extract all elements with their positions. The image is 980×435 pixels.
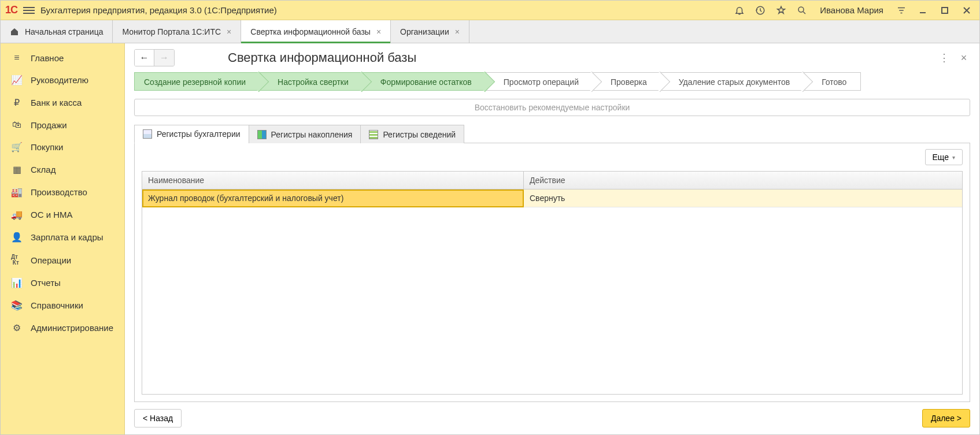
sidebar-item-label: Руководителю — [31, 75, 88, 85]
factory-icon: 🏭 — [11, 187, 23, 198]
sidebar-item-production[interactable]: 🏭Производство — [1, 181, 124, 203]
app-title: Бухгалтерия предприятия, редакция 3.0 (1… — [40, 5, 277, 15]
sidebar-item-reports[interactable]: 📊Отчеты — [1, 272, 124, 294]
user-name[interactable]: Иванова Мария — [815, 5, 888, 15]
subtab-accumulation-registers[interactable]: Регистры накопления — [249, 125, 361, 143]
cart-icon: 🛒 — [11, 142, 23, 153]
tab-label: Организации — [400, 27, 449, 36]
tab-close-icon[interactable]: × — [455, 27, 460, 36]
tab-home[interactable]: Начальная страница — [1, 20, 113, 43]
more-button[interactable]: Еще ▾ — [925, 149, 963, 165]
subtab-accounting-registers[interactable]: Регистры бухгалтерии — [134, 125, 249, 143]
content-area: ← → Свертка информационной базы ⋮ × Созд… — [125, 43, 979, 435]
svg-point-1 — [798, 7, 804, 12]
register-icon — [143, 129, 152, 139]
tab-label: Свертка информационной базы — [250, 27, 371, 36]
sidebar-item-assets[interactable]: 🚚ОС и НМА — [1, 203, 124, 226]
tab-organizations[interactable]: Организации × — [391, 20, 469, 43]
close-content-icon[interactable]: × — [957, 51, 970, 64]
tab-bar: Начальная страница Монитор Портала 1С:ИТ… — [1, 20, 979, 43]
table-panel: Еще ▾ Наименование Действие Журнал прово… — [134, 143, 970, 402]
chart-icon: 📈 — [11, 75, 23, 85]
wizard-step-delete[interactable]: Удаление старых документов — [661, 72, 804, 91]
app-logo: 1C — [5, 4, 17, 16]
wizard-step-preview[interactable]: Просмотр операций — [486, 72, 593, 91]
chevron-down-icon: ▾ — [952, 154, 955, 161]
subtab-label: Регистры накопления — [271, 130, 353, 139]
tab-label: Монитор Портала 1С:ИТС — [122, 27, 221, 36]
sidebar-item-label: Зарплата и кадры — [31, 232, 103, 242]
wizard-step-setup[interactable]: Настройка свертки — [260, 72, 363, 91]
content-footer: < Назад Далее > — [134, 409, 970, 427]
settings-lines-icon[interactable] — [894, 3, 909, 18]
sidebar-item-label: Продажи — [31, 120, 67, 130]
next-button[interactable]: Далее > — [922, 409, 970, 427]
truck-icon: 🚚 — [11, 209, 23, 220]
book-icon: 📚 — [11, 300, 23, 311]
subtab-label: Регистры бухгалтерии — [157, 129, 241, 139]
nav-buttons: ← → — [134, 49, 175, 66]
favorite-icon[interactable] — [774, 3, 789, 18]
minimize-button[interactable] — [915, 3, 931, 18]
svg-rect-2 — [942, 8, 948, 13]
table-row[interactable]: Журнал проводок (бухгалтерский и налогов… — [142, 189, 962, 207]
tab-svertka[interactable]: Свертка информационной базы × — [241, 20, 391, 43]
sidebar-item-label: Покупки — [31, 142, 63, 152]
subtab-info-registers[interactable]: Регистры сведений — [360, 125, 464, 143]
sidebar-item-purchases[interactable]: 🛒Покупки — [1, 136, 124, 158]
content-header: ← → Свертка информационной базы ⋮ × — [134, 49, 970, 66]
sidebar-item-label: Главное — [31, 53, 64, 63]
close-window-button[interactable] — [959, 3, 975, 18]
grid-header: Наименование Действие — [142, 172, 962, 189]
sidebar-item-label: Производство — [31, 187, 87, 197]
sidebar-item-label: Отчеты — [31, 278, 61, 288]
boxes-icon: ▦ — [11, 164, 23, 175]
sidebar-item-hr[interactable]: 👤Зарплата и кадры — [1, 226, 124, 248]
nav-back-button[interactable]: ← — [135, 50, 154, 66]
tab-home-label: Начальная страница — [25, 27, 103, 36]
column-header-action[interactable]: Действие — [524, 172, 962, 189]
sidebar-item-label: Банк и касса — [31, 98, 82, 107]
notifications-icon[interactable] — [732, 3, 747, 18]
sidebar: ≡Главное 📈Руководителю ₽Банк и касса 🛍Пр… — [1, 43, 125, 435]
tab-close-icon[interactable]: × — [376, 27, 381, 36]
sidebar-item-warehouse[interactable]: ▦Склад — [1, 158, 124, 181]
back-button[interactable]: < Назад — [134, 409, 182, 427]
sidebar-item-refs[interactable]: 📚Справочники — [1, 294, 124, 317]
sub-tabs: Регистры бухгалтерии Регистры накопления… — [134, 124, 970, 143]
list-icon: ≡ — [11, 53, 23, 63]
wizard-step-backup[interactable]: Создание резервной копии — [134, 72, 260, 91]
tab-monitor-its[interactable]: Монитор Портала 1С:ИТС × — [113, 20, 241, 43]
restore-defaults-button: Восстановить рекомендуемые настройки — [134, 99, 970, 116]
registers-grid[interactable]: Наименование Действие Журнал проводок (б… — [142, 171, 963, 395]
maximize-button[interactable] — [937, 3, 953, 18]
kebab-menu-icon[interactable]: ⋮ — [938, 51, 951, 64]
sidebar-item-label: Операции — [31, 255, 71, 265]
sidebar-item-main[interactable]: ≡Главное — [1, 47, 124, 69]
sidebar-item-label: Администрирование — [31, 323, 113, 333]
subtab-label: Регистры сведений — [383, 130, 456, 139]
sidebar-item-admin[interactable]: ⚙Администрирование — [1, 317, 124, 339]
bag-icon: 🛍 — [11, 120, 23, 130]
search-icon[interactable] — [794, 3, 809, 18]
cell-action[interactable]: Свернуть — [524, 189, 962, 207]
titlebar: 1C Бухгалтерия предприятия, редакция 3.0… — [1, 1, 979, 20]
sidebar-item-manager[interactable]: 📈Руководителю — [1, 69, 124, 91]
column-header-name[interactable]: Наименование — [142, 172, 524, 189]
home-icon — [10, 27, 19, 36]
sidebar-item-label: ОС и НМА — [31, 210, 73, 220]
sidebar-item-sales[interactable]: 🛍Продажи — [1, 114, 124, 136]
tab-close-icon[interactable]: × — [227, 27, 231, 36]
wizard-step-check[interactable]: Проверка — [593, 72, 661, 91]
nav-forward-button: → — [154, 50, 174, 66]
cell-name[interactable]: Журнал проводок (бухгалтерский и налогов… — [142, 189, 524, 207]
register-icon — [369, 130, 378, 139]
history-icon[interactable] — [753, 3, 768, 18]
sidebar-item-bank[interactable]: ₽Банк и касса — [1, 91, 124, 114]
sidebar-item-operations[interactable]: Дт КтОперации — [1, 248, 124, 272]
main-menu-button[interactable] — [23, 7, 35, 14]
wizard-step-balances[interactable]: Формирование остатков — [363, 72, 486, 91]
gear-icon: ⚙ — [11, 322, 23, 333]
sidebar-item-label: Склад — [31, 165, 56, 174]
more-button-label: Еще — [933, 153, 949, 162]
